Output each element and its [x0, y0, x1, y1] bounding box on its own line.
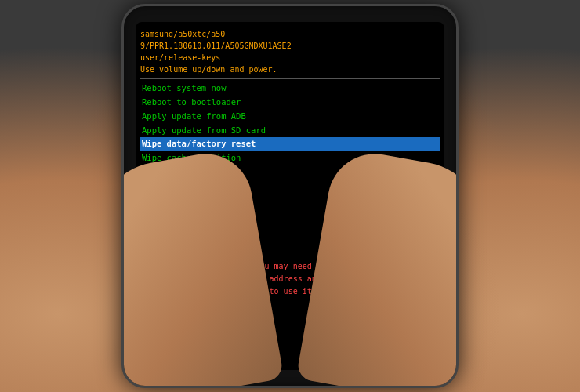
- header-divider: [140, 78, 440, 79]
- phone: samsung/a50xtc/a50 9/PPR1.180610.011/A50…: [121, 4, 459, 388]
- power-button[interactable]: [121, 85, 123, 128]
- volume-down-button[interactable]: [457, 108, 459, 140]
- device-model: samsung/a50xtc/a50: [140, 28, 440, 40]
- menu-item-apply-adb[interactable]: Apply update from ADB: [140, 110, 440, 124]
- menu-item-reboot-system[interactable]: Reboot system now: [140, 82, 440, 96]
- device-info: samsung/a50xtc/a50 9/PPR1.180610.011/A50…: [140, 28, 440, 75]
- volume-up-button[interactable]: [457, 69, 459, 100]
- menu-item-apply-sd[interactable]: Apply update from SD card: [140, 124, 440, 138]
- menu-item-wipe-data[interactable]: Wipe data/factory reset: [140, 137, 440, 151]
- navigation-hint: Use volume up/down and power.: [140, 64, 440, 75]
- menu-item-reboot-bootloader[interactable]: Reboot to bootloader: [140, 96, 440, 110]
- build-number: 9/PPR1.180610.011/A505GNDXU1ASE2: [140, 40, 440, 52]
- build-type: user/release-keys: [140, 52, 440, 64]
- scene: samsung/a50xtc/a50 9/PPR1.180610.011/A50…: [0, 0, 580, 392]
